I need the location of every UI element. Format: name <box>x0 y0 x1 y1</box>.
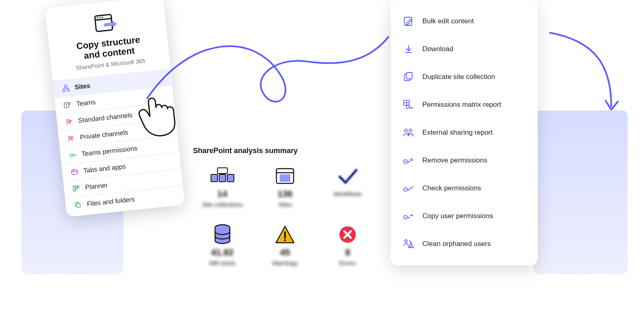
stat-label: Warnings <box>272 260 298 266</box>
action-copy-user-permissions[interactable]: Copy user permissions <box>390 202 538 230</box>
action-label: Check permissions <box>422 184 481 192</box>
svg-point-44 <box>409 129 412 132</box>
private-channel-icon <box>67 134 76 143</box>
action-label: Clean orphaned users <box>422 240 491 248</box>
actions-card: Bulk edit contentDownloadDuplicate site … <box>390 0 538 265</box>
analysis-grid: 14 Site collections 136 Sites Workflows … <box>193 165 377 266</box>
key-remove-icon <box>403 155 414 166</box>
copy-out-icon <box>92 11 120 36</box>
copy-item-label: Private channels <box>79 129 128 141</box>
download-icon <box>403 43 414 55</box>
svg-point-12 <box>70 120 72 122</box>
action-label: Permissions matrix report <box>422 101 501 109</box>
matrix-key-icon <box>403 99 414 111</box>
action-bulk-edit-content[interactable]: Bulk edit content <box>390 7 538 35</box>
svg-rect-16 <box>72 169 78 174</box>
action-external-sharing-report[interactable]: External sharing report <box>390 119 538 147</box>
action-duplicate-site-collection[interactable]: Duplicate site collection <box>390 63 538 91</box>
stat-mb-size-: 41.82 MB (size) <box>193 223 251 266</box>
stat-value: 41.82 <box>211 247 233 258</box>
stat-workflows: Workflows <box>319 165 377 208</box>
svg-point-3 <box>99 17 101 18</box>
svg-rect-20 <box>75 186 77 189</box>
copy-item-label: Sites <box>74 82 91 91</box>
copy-card-list: SitesTTeamsStandard channelsPrivate chan… <box>53 68 185 214</box>
svg-point-42 <box>406 105 409 108</box>
files-icon <box>74 201 83 210</box>
stat-value: 136 <box>278 189 293 199</box>
svg-point-51 <box>405 240 407 242</box>
svg-rect-5 <box>64 85 67 87</box>
svg-rect-21 <box>77 185 79 187</box>
planner-icon <box>72 184 81 193</box>
channel-icon <box>65 117 74 126</box>
stat-label: Sites <box>278 201 292 208</box>
copy-item-label: Files and folders <box>87 195 135 208</box>
action-remove-permissions[interactable]: Remove permissions <box>390 147 538 174</box>
action-label: Download <box>422 45 453 53</box>
warning-icon <box>274 223 296 246</box>
svg-rect-6 <box>63 90 65 92</box>
svg-rect-38 <box>406 72 412 79</box>
stat-value: 8 <box>345 247 350 258</box>
error-icon <box>338 223 357 246</box>
sites-icon <box>61 84 70 93</box>
actions-list: Bulk edit contentDownloadDuplicate site … <box>390 7 538 258</box>
action-download[interactable]: Download <box>390 35 538 63</box>
svg-line-17 <box>72 171 77 172</box>
key-icon <box>68 150 77 159</box>
action-check-permissions[interactable]: Check permissions <box>390 174 538 202</box>
site-icon <box>274 165 296 187</box>
svg-rect-27 <box>218 168 227 174</box>
analysis-summary: SharePoint analysis summary 14 Site coll… <box>193 147 377 266</box>
check-icon <box>337 165 359 187</box>
svg-point-33 <box>284 239 286 241</box>
arrow-down-icon <box>546 29 628 120</box>
copy-item-label: Tabs and apps <box>83 162 126 174</box>
stat-sites: 136 Sites <box>256 165 314 208</box>
copy-item-label: Teams <box>76 98 96 108</box>
stat-warnings: 45 Warnings <box>256 223 314 266</box>
stat-label: Workflows <box>334 190 362 197</box>
people-share-icon <box>403 127 414 138</box>
action-label: Bulk edit content <box>422 17 474 25</box>
svg-point-10 <box>68 102 70 104</box>
svg-point-15 <box>70 153 73 157</box>
key-copy-icon <box>403 210 414 222</box>
broom-user-icon <box>403 238 414 250</box>
action-permissions-matrix-report[interactable]: Permissions matrix report <box>390 91 538 119</box>
analysis-title: SharePoint analysis summary <box>193 147 377 155</box>
stat-label: MB (size) <box>209 260 235 266</box>
copy-item-label: Planner <box>85 181 108 191</box>
svg-point-2 <box>96 17 98 19</box>
squiggle-arrow <box>143 29 397 120</box>
stat-label: Site collections <box>202 201 243 208</box>
svg-point-48 <box>405 189 406 190</box>
svg-point-13 <box>68 136 71 139</box>
stat-errors: 8 Errors <box>319 223 377 266</box>
stat-label: Errors <box>339 260 356 266</box>
svg-rect-23 <box>76 203 80 208</box>
svg-rect-30 <box>280 174 290 182</box>
action-clean-orphaned-users[interactable]: Clean orphaned users <box>390 230 538 258</box>
svg-point-11 <box>67 119 70 122</box>
svg-point-14 <box>71 137 73 139</box>
copy-item-label: Standard channels <box>78 111 133 124</box>
tabs-icon <box>70 167 79 176</box>
action-label: Remove permissions <box>422 156 487 165</box>
svg-rect-25 <box>219 174 226 182</box>
stat-site-collections: 14 Site collections <box>193 165 251 208</box>
svg-point-46 <box>405 161 406 162</box>
svg-rect-7 <box>67 89 69 91</box>
svg-point-43 <box>405 129 408 132</box>
svg-point-50 <box>405 217 406 218</box>
bg-panel-right <box>534 111 628 274</box>
copy-structure-card: Copy structure and content SharePoint & … <box>45 0 185 217</box>
svg-point-4 <box>101 17 103 18</box>
copy-item-label: Teams permissions <box>81 144 138 158</box>
svg-rect-24 <box>211 174 218 182</box>
svg-rect-26 <box>227 174 234 182</box>
size-icon <box>212 223 233 246</box>
duplicate-icon <box>403 71 414 83</box>
teams-icon: T <box>63 100 72 109</box>
